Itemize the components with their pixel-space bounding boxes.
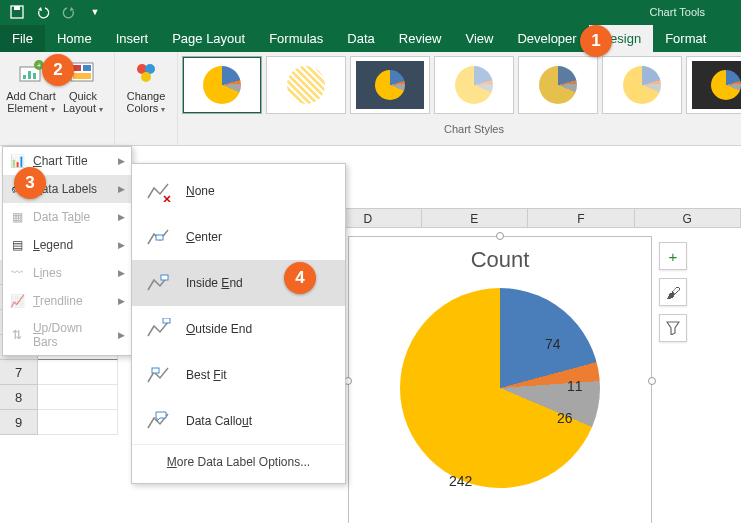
chart-title-icon: 📊: [9, 153, 25, 169]
svg-rect-5: [33, 73, 36, 79]
row-header-9[interactable]: 9: [0, 410, 38, 435]
menu-lines: 〰Lines▶: [3, 259, 131, 287]
svg-rect-17: [156, 235, 163, 240]
chart-styles-group: Chart Styles: [178, 52, 741, 145]
tab-view[interactable]: View: [453, 25, 505, 52]
chart-filters-button[interactable]: [659, 314, 687, 342]
tab-insert[interactable]: Insert: [104, 25, 161, 52]
svg-rect-1: [14, 6, 20, 10]
col-header-f[interactable]: F: [528, 209, 634, 227]
contextual-tab-title: Chart Tools: [650, 6, 735, 18]
none-icon: [146, 178, 172, 204]
menu-updown-bars: ⇅Up/Down Bars▶: [3, 315, 131, 355]
svg-rect-10: [83, 65, 91, 71]
title-bar: ▼ Chart Tools: [0, 0, 741, 24]
ribbon: + Add Chart Element ▾ Quick Layout ▾ Cha…: [0, 52, 741, 146]
chart-handle-right[interactable]: [648, 377, 656, 385]
pie-label-2[interactable]: 11: [567, 378, 583, 394]
center-icon: [146, 224, 172, 250]
pie-label-1[interactable]: 74: [545, 336, 561, 352]
svg-rect-20: [152, 368, 159, 373]
best-fit-icon: [146, 362, 172, 388]
add-chart-element-label: Add Chart Element ▾: [6, 90, 56, 115]
step-badge-1: 1: [580, 25, 612, 57]
pie-label-4[interactable]: 242: [449, 473, 472, 489]
svg-rect-19: [163, 318, 170, 323]
qat-dropdown-icon[interactable]: ▼: [84, 3, 106, 21]
data-labels-best-fit[interactable]: Best Fit: [132, 352, 345, 398]
step-badge-2: 2: [42, 54, 74, 86]
svg-rect-11: [73, 73, 91, 79]
callout-icon: [146, 408, 172, 434]
tab-home[interactable]: Home: [45, 25, 104, 52]
svg-rect-9: [73, 65, 81, 71]
chart-style-3[interactable]: [350, 56, 430, 114]
data-labels-center[interactable]: Center: [132, 214, 345, 260]
cell-a9[interactable]: [38, 410, 118, 435]
chart-handle-top[interactable]: [496, 232, 504, 240]
menu-data-table: ▦Data Table▶: [3, 203, 131, 231]
menu-legend[interactable]: ▤Legend▶: [3, 231, 131, 259]
tab-format[interactable]: Format: [653, 25, 718, 52]
svg-rect-18: [161, 275, 168, 280]
data-labels-outside-end[interactable]: Outside End: [132, 306, 345, 352]
col-header-g[interactable]: G: [635, 209, 741, 227]
menu-trendline: 📈Trendline▶: [3, 287, 131, 315]
outside-end-icon: [146, 316, 172, 342]
undo-icon[interactable]: [32, 3, 54, 21]
trendline-icon: 📈: [9, 293, 25, 309]
redo-icon[interactable]: [58, 3, 80, 21]
tab-data[interactable]: Data: [335, 25, 386, 52]
chart-styles-button[interactable]: 🖌: [659, 278, 687, 306]
chart-object[interactable]: Count 74 11 26 242 + 🖌: [348, 236, 652, 523]
chart-style-5[interactable]: [518, 56, 598, 114]
svg-rect-4: [28, 71, 31, 79]
cell-a7[interactable]: [38, 360, 118, 385]
ribbon-tabs: File Home Insert Page Layout Formulas Da…: [0, 24, 741, 52]
svg-point-14: [141, 72, 151, 82]
quick-layout-label: Quick Layout ▾: [63, 90, 103, 115]
cell-a8[interactable]: [38, 385, 118, 410]
chart-style-2[interactable]: [266, 56, 346, 114]
chart-style-6[interactable]: [602, 56, 682, 114]
chart-elements-button[interactable]: +: [659, 242, 687, 270]
step-badge-3: 3: [14, 167, 46, 199]
pie-label-3[interactable]: 26: [557, 410, 573, 426]
inside-end-icon: [146, 270, 172, 296]
step-badge-4: 4: [284, 262, 316, 294]
updown-icon: ⇅: [9, 327, 25, 343]
data-labels-none[interactable]: None: [132, 168, 345, 214]
tab-page-layout[interactable]: Page Layout: [160, 25, 257, 52]
lines-icon: 〰: [9, 265, 25, 281]
legend-icon: ▤: [9, 237, 25, 253]
chart-styles-label: Chart Styles: [182, 120, 741, 135]
change-colors-label: Change Colors ▾: [127, 90, 166, 115]
change-colors-group: Change Colors ▾: [115, 52, 178, 145]
chart-title[interactable]: Count: [349, 237, 651, 278]
svg-rect-3: [23, 75, 26, 79]
pie-chart[interactable]: 74 11 26 242: [385, 278, 615, 508]
tab-formulas[interactable]: Formulas: [257, 25, 335, 52]
save-icon[interactable]: [6, 3, 28, 21]
more-data-label-options[interactable]: More Data Label Options...: [132, 444, 345, 479]
tab-developer[interactable]: Developer: [505, 25, 588, 52]
row-header-8[interactable]: 8: [0, 385, 38, 410]
chart-style-1[interactable]: [182, 56, 262, 114]
change-colors-button[interactable]: Change Colors ▾: [121, 56, 171, 124]
data-labels-submenu: None Center Inside End Outside End Best …: [131, 163, 346, 484]
data-labels-callout[interactable]: Data Callout: [132, 398, 345, 444]
change-colors-icon: [131, 58, 161, 88]
chart-style-7[interactable]: [686, 56, 741, 114]
tab-review[interactable]: Review: [387, 25, 454, 52]
chart-side-buttons: + 🖌: [659, 242, 687, 342]
tab-file[interactable]: File: [0, 25, 45, 52]
data-table-icon: ▦: [9, 209, 25, 225]
row-header-7[interactable]: 7: [0, 360, 38, 385]
chart-style-4[interactable]: [434, 56, 514, 114]
svg-text:+: +: [37, 61, 42, 70]
col-header-e[interactable]: E: [422, 209, 528, 227]
quick-access-toolbar: ▼: [6, 3, 106, 21]
